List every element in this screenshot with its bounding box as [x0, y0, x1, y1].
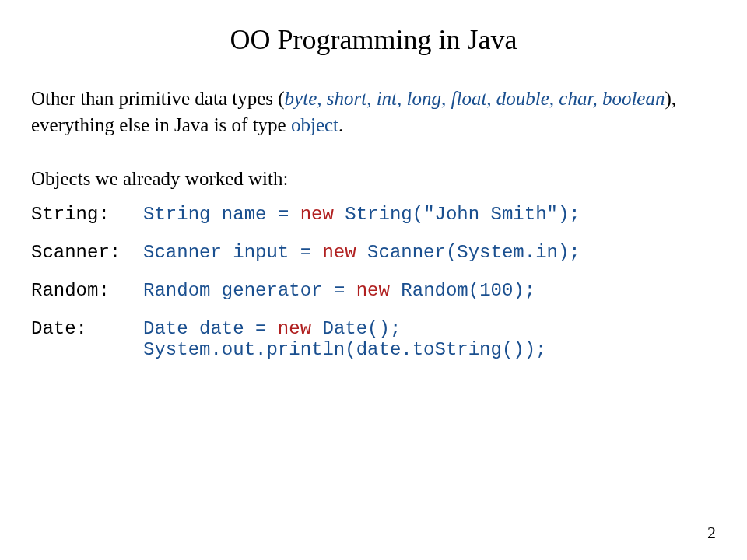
code-scanner-post: Scanner(System.in);: [356, 242, 580, 263]
code-date-line2: System.out.println(date.toString());: [143, 339, 546, 360]
subheading: Objects we already worked with:: [31, 168, 716, 190]
keyword-new: new: [278, 318, 311, 339]
code-date-post: Date();: [311, 318, 401, 339]
intro-pre: Other than primitive data types (: [31, 88, 285, 109]
label-string: String:: [31, 204, 110, 225]
keyword-new: new: [322, 242, 356, 263]
example-random: Random: Random generator = new Random(10…: [31, 280, 716, 301]
code-random-post: Random(100);: [390, 280, 535, 301]
code-date-pre: Date date =: [143, 318, 278, 339]
page-number: 2: [707, 523, 716, 543]
label-date: Date:: [31, 318, 87, 339]
slide-title: OO Programming in Java: [31, 23, 716, 56]
intro-post: .: [338, 114, 343, 135]
label-scanner: Scanner:: [31, 242, 121, 263]
label-random: Random:: [31, 280, 110, 301]
example-scanner: Scanner: Scanner input = new Scanner(Sys…: [31, 242, 716, 263]
code-scanner-pre: Scanner input =: [143, 242, 322, 263]
intro-paragraph: Other than primitive data types (byte, s…: [31, 86, 716, 138]
code-string-pre: String name =: [143, 204, 300, 225]
primitive-types: byte, short, int, long, float, double, c…: [285, 88, 665, 109]
object-word: object: [291, 114, 338, 135]
example-string: String: String name = new String("John S…: [31, 204, 716, 225]
example-date: Date: Date date = new Date(); System.out…: [31, 318, 716, 360]
slide: OO Programming in Java Other than primit…: [0, 0, 747, 360]
code-string-post: String("John Smith");: [334, 204, 580, 225]
keyword-new: new: [300, 204, 334, 225]
keyword-new: new: [356, 280, 390, 301]
code-random-pre: Random generator =: [143, 280, 356, 301]
